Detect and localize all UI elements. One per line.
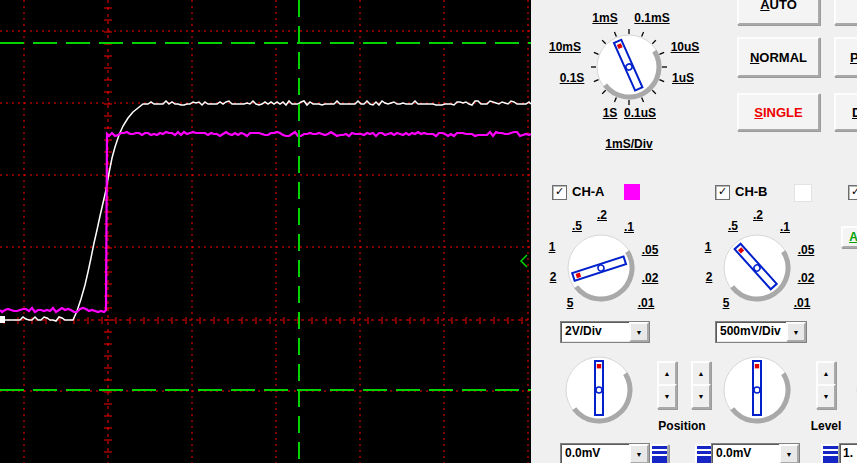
cha-scale-1[interactable]: 1: [549, 240, 556, 254]
cha-label: CH-A: [572, 184, 605, 199]
chb-label: CH-B: [735, 184, 768, 199]
play-button-partial[interactable]: Pla: [834, 37, 857, 77]
cha-scale-p05[interactable]: .05: [642, 243, 659, 257]
chb-ground-marker-icon: [0, 316, 5, 323]
cha-volts-knob[interactable]: [561, 228, 641, 308]
scope-display[interactable]: [0, 0, 531, 463]
cha-scale-p02[interactable]: .02: [642, 271, 659, 285]
cha-color-swatch[interactable]: [624, 184, 640, 200]
trigger-level-field-partial[interactable]: 1.: [839, 443, 857, 463]
oscilloscope-app: 1mS 0.1mS 10mS 10uS 0.1S 1uS 1S 0.1uS 1m…: [0, 0, 857, 463]
cha-position-dropdown[interactable]: 0.0mV ▼: [560, 443, 650, 463]
chb-enable-checkbox[interactable]: ✓: [715, 185, 730, 200]
auto-scale-button-partial[interactable]: A: [841, 226, 857, 248]
chc-enable-checkbox-partial[interactable]: ✓: [848, 185, 857, 200]
trigger-level-down-button[interactable]: ▼: [816, 384, 836, 409]
chb-position-dropdown[interactable]: 0.0mV ▼: [711, 443, 800, 463]
trigger-level-knob-partial[interactable]: [850, 350, 857, 430]
cha-fine-adjust-button[interactable]: [650, 444, 669, 463]
trigger-level-marker-icon[interactable]: [521, 255, 527, 267]
chb-color-swatch[interactable]: [794, 184, 812, 202]
chb-scale-p05[interactable]: .05: [798, 243, 815, 257]
chb-scale-p02[interactable]: .02: [798, 271, 815, 285]
chb-scale-p2[interactable]: .2: [753, 208, 763, 222]
timebase-value-label: 1mS/Div: [605, 137, 652, 151]
timebase-label-10ms[interactable]: 10mS: [549, 40, 581, 54]
position-label: Position: [658, 419, 705, 433]
chb-scale-2[interactable]: 2: [706, 270, 713, 284]
d-button-partial[interactable]: D: [834, 93, 857, 131]
dropdown-arrow-icon[interactable]: ▼: [629, 444, 649, 463]
cha-position-up-button[interactable]: ▲: [657, 361, 677, 386]
cha-scale-dropdown[interactable]: 2V/Div ▼: [560, 321, 650, 343]
cha-enable-checkbox[interactable]: ✓: [552, 185, 567, 200]
ch-a-trace: [0, 132, 531, 312]
level-fine-adjust-button[interactable]: [821, 444, 840, 463]
partial-button-top-right[interactable]: [834, 0, 857, 25]
timebase-knob[interactable]: [581, 19, 677, 115]
chb-scale-1[interactable]: 1: [705, 240, 712, 254]
chb-position-down-button[interactable]: ▼: [691, 384, 711, 409]
dropdown-arrow-icon[interactable]: ▼: [786, 322, 806, 342]
cha-position-down-button[interactable]: ▼: [657, 384, 677, 409]
chb-volts-knob[interactable]: [717, 228, 797, 308]
chb-position-up-button[interactable]: ▲: [691, 361, 711, 386]
level-label: Level: [811, 419, 842, 433]
trigger-level-up-button[interactable]: ▲: [816, 361, 836, 386]
cha-position-knob[interactable]: [559, 350, 639, 430]
dropdown-arrow-icon[interactable]: ▼: [779, 444, 799, 463]
single-button[interactable]: SINGLE: [737, 93, 820, 131]
chb-scale-dropdown[interactable]: 500mV/Div ▼: [715, 321, 807, 343]
cha-scale-2[interactable]: 2: [550, 270, 557, 284]
auto-button[interactable]: AUTO: [737, 0, 820, 25]
cha-scale-p2[interactable]: .2: [597, 208, 607, 222]
dropdown-arrow-icon[interactable]: ▼: [629, 322, 649, 342]
chb-position-knob[interactable]: [717, 350, 797, 430]
normal-button[interactable]: NORMAL: [737, 37, 820, 77]
